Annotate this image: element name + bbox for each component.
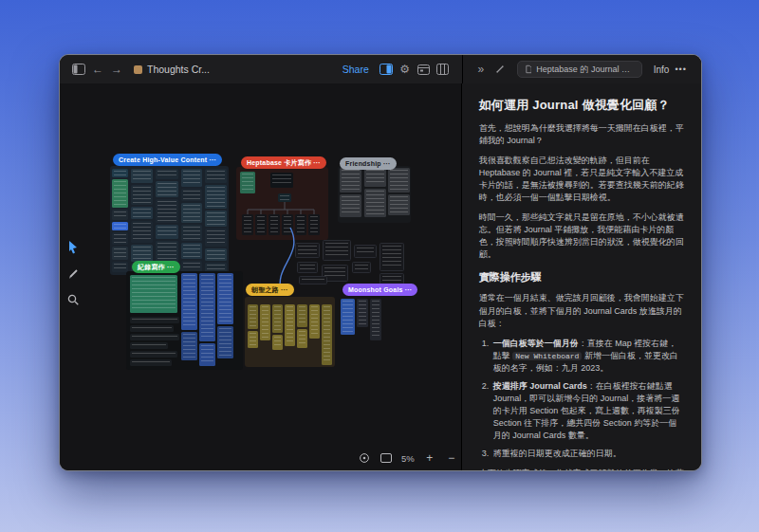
- mini-card[interactable]: [357, 299, 368, 327]
- mini-card[interactable]: [205, 229, 227, 247]
- mini-card[interactable]: [181, 225, 202, 241]
- more-menu-button[interactable]: •••: [675, 64, 686, 74]
- mini-card[interactable]: [181, 273, 197, 330]
- mini-card[interactable]: [295, 214, 306, 235]
- mini-card[interactable]: [380, 243, 404, 271]
- mini-card[interactable]: [205, 169, 227, 183]
- mini-card[interactable]: [131, 207, 153, 219]
- select-cursor-icon[interactable]: [65, 238, 82, 255]
- mini-card[interactable]: [205, 211, 227, 227]
- mini-card[interactable]: [181, 189, 202, 201]
- mini-card[interactable]: [156, 181, 178, 197]
- mini-card[interactable]: [322, 304, 332, 365]
- mini-card[interactable]: [297, 329, 307, 348]
- forward-button[interactable]: →: [107, 60, 126, 79]
- mini-card[interactable]: [354, 245, 377, 258]
- mini-card[interactable]: [370, 299, 381, 340]
- mini-card[interactable]: [130, 275, 177, 313]
- mini-card[interactable]: [112, 222, 128, 230]
- section-label-friendship[interactable]: Friendship ···: [340, 157, 397, 170]
- search-icon[interactable]: [65, 291, 82, 308]
- mini-card[interactable]: [112, 169, 128, 177]
- mini-card[interactable]: [364, 189, 386, 217]
- zoom-level[interactable]: 5%: [401, 453, 415, 464]
- split-view-icon[interactable]: [377, 60, 396, 79]
- mini-card[interactable]: [255, 214, 267, 235]
- journal-calendar-icon[interactable]: [415, 60, 434, 79]
- mini-card[interactable]: [308, 214, 320, 235]
- mini-card[interactable]: [181, 243, 202, 259]
- mini-card[interactable]: [112, 210, 128, 220]
- settings-gear-icon[interactable]: ⚙: [396, 60, 415, 79]
- mini-card[interactable]: [323, 240, 351, 261]
- mini-card[interactable]: [341, 299, 355, 335]
- mini-card[interactable]: [131, 169, 153, 183]
- mini-card[interactable]: [272, 335, 283, 350]
- whiteboard-title[interactable]: Thoughts Cr...: [134, 64, 210, 75]
- section-journal-writing[interactable]: [126, 271, 243, 370]
- mini-card[interactable]: [272, 304, 283, 333]
- mini-card[interactable]: [340, 194, 361, 217]
- collapse-panel-icon[interactable]: »: [472, 60, 491, 79]
- mini-card[interactable]: [199, 273, 215, 341]
- section-pilgrimage[interactable]: [245, 297, 335, 367]
- mini-card[interactable]: [248, 304, 258, 329]
- document-panel[interactable]: 如何運用 Journal 做視覺化回顧？ 首先，想說明為什麼我選擇將每一天攤開在…: [462, 83, 701, 470]
- mini-card[interactable]: [156, 225, 178, 239]
- section-label-create-high-value-content[interactable]: Create High-Value Content ···: [113, 154, 222, 166]
- mini-card[interactable]: [248, 331, 258, 348]
- section-create-high-value-content[interactable]: [110, 166, 229, 275]
- mini-card[interactable]: [299, 276, 327, 284]
- section-label-journal-writing[interactable]: 紀錄寫作 ···: [132, 261, 180, 273]
- mini-card[interactable]: [199, 343, 215, 366]
- present-frame-icon[interactable]: [380, 451, 393, 465]
- mini-card[interactable]: [181, 332, 197, 360]
- mini-card[interactable]: [388, 168, 410, 193]
- mini-card[interactable]: [285, 304, 295, 346]
- mini-card[interactable]: [130, 351, 177, 358]
- mini-card[interactable]: [112, 179, 128, 208]
- mini-card[interactable]: [388, 194, 410, 215]
- mini-card[interactable]: [364, 168, 386, 187]
- section-label-heptabase-writing[interactable]: Heptabase 卡片寫作 ···: [241, 156, 326, 169]
- mini-card[interactable]: [297, 304, 307, 327]
- expand-panel-icon[interactable]: [491, 60, 509, 79]
- document-tab[interactable]: Heptabase 的 Journal 使用方...: [517, 61, 642, 78]
- kanban-grid-icon[interactable]: [434, 60, 453, 79]
- share-button[interactable]: Share: [342, 64, 369, 75]
- mini-card[interactable]: [130, 342, 168, 349]
- mini-card[interactable]: [130, 359, 172, 366]
- mini-card[interactable]: [130, 334, 179, 340]
- mini-card[interactable]: [297, 262, 318, 273]
- zoom-out-button[interactable]: −: [445, 451, 458, 465]
- mini-card[interactable]: [131, 245, 153, 262]
- zoom-in-button[interactable]: +: [423, 451, 436, 465]
- sidebar-toggle-icon[interactable]: [69, 60, 88, 79]
- mini-card[interactable]: [240, 172, 255, 193]
- pen-tool-icon[interactable]: [65, 265, 82, 282]
- mini-card[interactable]: [130, 325, 174, 332]
- mini-card[interactable]: [278, 193, 291, 202]
- whiteboard-canvas[interactable]: Create High-Value Content ··· Heptabase …: [60, 83, 462, 470]
- info-button[interactable]: Info: [654, 64, 670, 75]
- mini-card[interactable]: [270, 173, 293, 188]
- mini-card[interactable]: [340, 168, 361, 193]
- mini-card[interactable]: [217, 326, 233, 358]
- section-label-moonshot-goals[interactable]: Moonshot Goals ···: [342, 284, 417, 296]
- mini-card[interactable]: [295, 243, 320, 258]
- back-button[interactable]: ←: [88, 60, 107, 79]
- mini-card[interactable]: [309, 304, 320, 339]
- mini-card[interactable]: [205, 185, 227, 209]
- mini-card[interactable]: [181, 203, 202, 223]
- mini-card[interactable]: [131, 185, 153, 205]
- mini-card[interactable]: [181, 169, 202, 187]
- mini-card[interactable]: [260, 304, 270, 340]
- mini-card[interactable]: [112, 247, 128, 260]
- section-moonshot-goals[interactable]: [341, 299, 382, 351]
- section-label-pilgrimage[interactable]: 朝聖之路 ···: [246, 284, 294, 296]
- mini-card[interactable]: [156, 169, 178, 179]
- mini-card[interactable]: [217, 273, 233, 324]
- mini-card[interactable]: [130, 317, 179, 323]
- section-friendship[interactable]: [338, 166, 411, 223]
- mini-card[interactable]: [156, 241, 178, 262]
